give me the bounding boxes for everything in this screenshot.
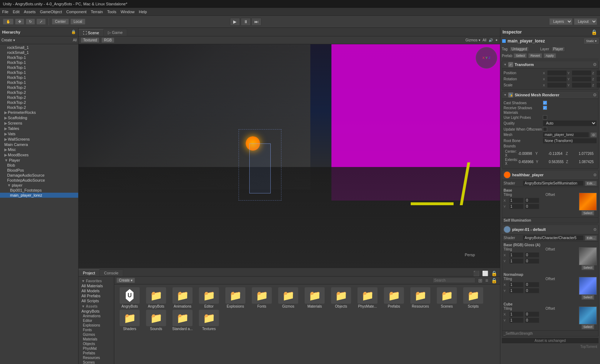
hier-scaffolding[interactable]: ▶Scaffolding bbox=[0, 115, 78, 121]
proj-scenes[interactable]: Scenes bbox=[80, 360, 112, 364]
gizmos-label[interactable]: Gizmos ▾ bbox=[465, 38, 480, 42]
project-search-input[interactable] bbox=[432, 278, 475, 283]
tiling-y[interactable] bbox=[509, 204, 524, 209]
bottom-collapse-btn[interactable]: ⬛ bbox=[472, 271, 480, 276]
proj-icon1[interactable]: ⊞ bbox=[478, 278, 483, 283]
asset-physmate[interactable]: 📁 PhysMate... bbox=[355, 287, 380, 308]
proj-create-btn[interactable]: Create ▾ bbox=[116, 278, 135, 283]
hierarchy-lock[interactable]: 🔒 bbox=[71, 30, 76, 34]
hier-rocktop2e[interactable]: RockTop-2 bbox=[0, 105, 78, 110]
rot-z-input[interactable]: 0 bbox=[596, 76, 600, 82]
hier-tables[interactable]: ▶Tables bbox=[0, 126, 78, 131]
viewport-gizmo[interactable]: X Y Z bbox=[476, 47, 497, 69]
scale-x-input[interactable]: 1 bbox=[547, 82, 567, 88]
healthbar-settings-icon[interactable]: ⚙ bbox=[593, 173, 597, 177]
pos-x-input[interactable]: -0.000139083 bbox=[547, 70, 567, 76]
layers-dropdown[interactable]: Layers bbox=[549, 18, 572, 25]
asset-scenes[interactable]: 📁 Scenes bbox=[434, 287, 459, 308]
offset-x3[interactable] bbox=[525, 282, 539, 287]
offset-y2[interactable] bbox=[525, 258, 539, 264]
menu-file[interactable]: File bbox=[2, 10, 9, 14]
hier-rocktop1d[interactable]: RockTop-1 bbox=[0, 70, 78, 75]
hier-damageaudio[interactable]: DamageAudioSource bbox=[0, 173, 78, 178]
rot-y-input[interactable]: 0 bbox=[572, 76, 591, 82]
hier-wallscreens[interactable]: ▶WallScreens bbox=[0, 137, 78, 142]
receive-shadows-checkbox[interactable]: ✓ bbox=[543, 106, 547, 110]
prefab-apply-btn[interactable]: Apply bbox=[544, 53, 556, 58]
menu-component[interactable]: Component bbox=[66, 10, 86, 14]
menu-help[interactable]: Help bbox=[139, 10, 147, 14]
proj-angrybots[interactable]: AngryBots bbox=[80, 309, 112, 314]
hier-rocksmall1a[interactable]: rockSmall_1 bbox=[0, 45, 78, 50]
hier-rocktop1e[interactable]: RockTop-1 bbox=[0, 75, 78, 80]
hier-blob[interactable]: Blob bbox=[0, 163, 78, 168]
viewport[interactable]: Persp X Y Z bbox=[79, 44, 500, 268]
healthbar-edit-btn[interactable]: Edit... bbox=[585, 181, 597, 186]
menu-tools[interactable]: Tools bbox=[107, 10, 116, 14]
cube-texture-preview[interactable] bbox=[579, 307, 597, 324]
menu-gameobject[interactable]: GameObject bbox=[40, 10, 62, 14]
player-mat-settings-icon[interactable]: ⚙ bbox=[593, 227, 597, 232]
hier-misc[interactable]: ▶Misc bbox=[0, 147, 78, 152]
use-light-probes-checkbox[interactable] bbox=[543, 115, 547, 120]
hierarchy-create[interactable]: Create ▾ bbox=[1, 38, 15, 42]
hier-rocktop1c[interactable]: RockTop-1 bbox=[0, 65, 78, 70]
rgb-button[interactable]: RGB bbox=[101, 37, 114, 43]
quality-select[interactable]: Auto bbox=[543, 120, 597, 126]
hier-moodboxes[interactable]: ▶MoodBoxes bbox=[0, 152, 78, 158]
asset-objects[interactable]: 📁 Objects bbox=[329, 287, 354, 308]
inspector-lock-btn[interactable]: 🔒 bbox=[590, 29, 598, 35]
smr-gear-icon[interactable]: ⚙ bbox=[593, 92, 597, 97]
asset-angrybots-unity[interactable]: U AngryBots bbox=[117, 287, 142, 308]
hier-vats[interactable]: ▶Vats bbox=[0, 131, 78, 137]
player-edit-btn[interactable]: Edit... bbox=[585, 236, 597, 241]
hier-rocktop2a[interactable]: RockTop-2 bbox=[0, 85, 78, 90]
asset-angrybots[interactable]: 📁 AngryBots bbox=[144, 287, 169, 308]
proj-materials[interactable]: Materials bbox=[80, 337, 112, 342]
hier-bloodpos[interactable]: BloodPos bbox=[0, 168, 78, 173]
tab-project[interactable]: Project bbox=[79, 269, 100, 276]
offset-x[interactable] bbox=[525, 198, 539, 203]
asset-animations[interactable]: 📁 Animations bbox=[170, 287, 195, 308]
transform-gear-icon[interactable]: ⚙ bbox=[593, 62, 597, 67]
menu-terrain[interactable]: Terrain bbox=[91, 10, 103, 14]
char-texture-select[interactable]: Select bbox=[581, 265, 594, 270]
scene-audio-icon[interactable]: 🔊 bbox=[489, 38, 493, 42]
menu-edit[interactable]: Edit bbox=[13, 10, 20, 14]
normalmap-select[interactable]: Select bbox=[581, 295, 594, 300]
offset-y4[interactable] bbox=[525, 318, 539, 323]
proj-prefabs[interactable]: Prefabs bbox=[80, 351, 112, 355]
proj-icon2[interactable]: ≡ bbox=[485, 278, 489, 283]
pause-button[interactable]: ⏸ bbox=[241, 18, 251, 26]
bottom-lock-btn[interactable]: 🔒 bbox=[490, 271, 498, 276]
fav-all-models[interactable]: All Models bbox=[80, 288, 112, 293]
object-active-checkbox[interactable] bbox=[502, 39, 506, 43]
hier-rocksmall1b[interactable]: rockSmall_1 bbox=[0, 50, 78, 55]
asset-fonts[interactable]: 📁 Fonts bbox=[249, 287, 274, 308]
hier-maincamera[interactable]: Main Camera bbox=[0, 142, 78, 147]
tool-hand[interactable]: ✋ bbox=[3, 19, 14, 25]
tool-scale[interactable]: ⤢ bbox=[36, 19, 46, 25]
asset-resources[interactable]: 📁 Resources bbox=[408, 287, 433, 308]
asset-gizmos[interactable]: 📁 Gizmos bbox=[276, 287, 301, 308]
proj-objects[interactable]: Objects bbox=[80, 342, 112, 346]
tiling-x3[interactable] bbox=[509, 282, 524, 287]
hier-bip001[interactable]: Bip001_Footsteps bbox=[0, 188, 78, 193]
asset-sounds[interactable]: 📁 Sounds bbox=[144, 310, 169, 331]
asset-standard[interactable]: 📁 Standard a... bbox=[170, 310, 195, 331]
static-badge[interactable]: Static ▾ bbox=[584, 39, 599, 44]
hier-player[interactable]: ▼Player bbox=[0, 158, 78, 163]
tab-scene[interactable]: ⛶ Scene bbox=[79, 29, 104, 36]
asset-explosions[interactable]: 📁 Explosions bbox=[223, 287, 248, 308]
tiling-y2[interactable] bbox=[509, 258, 524, 264]
fav-all-scripts[interactable]: All Scripts bbox=[80, 298, 112, 303]
fav-all-materials[interactable]: All Materials bbox=[80, 283, 112, 288]
proj-physmat[interactable]: PhysMat bbox=[80, 346, 112, 351]
tab-console[interactable]: Console bbox=[100, 269, 123, 276]
asset-prefabs[interactable]: 📁 Prefabs bbox=[381, 287, 406, 308]
pos-z-input[interactable]: 0 bbox=[596, 70, 600, 76]
scale-y-input[interactable]: 0.9999998 bbox=[572, 82, 591, 88]
update-offscreen-checkbox[interactable] bbox=[543, 127, 547, 131]
hier-rocktop1f[interactable]: RockTop-1 bbox=[0, 80, 78, 85]
play-button[interactable]: ▶ bbox=[230, 18, 240, 26]
